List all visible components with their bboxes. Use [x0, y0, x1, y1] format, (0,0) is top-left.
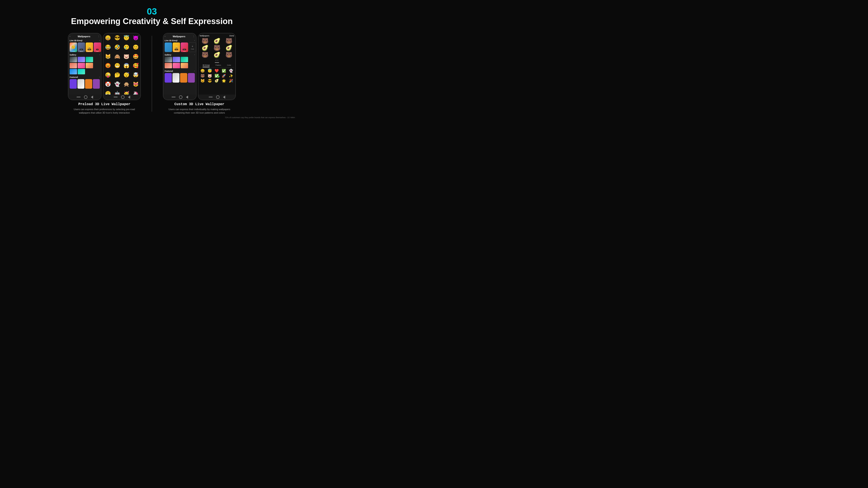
picker-emoji-1[interactable]: 😀	[199, 69, 206, 73]
custom-phones: ‹ Wallpapers ⋮ Live 3D Emoji ›	[163, 33, 236, 100]
custom-title: Custom 3D Live Wallpaper	[165, 102, 234, 106]
featured-thumb-4[interactable]	[93, 79, 100, 89]
phone-emoji-preview: 😀 😎 😇 😈 😂 🤣 🥲 😊 😸 🙈 🐷 🤩	[103, 33, 141, 100]
tab-pattern[interactable]: Pattern	[215, 64, 221, 67]
menu-icon[interactable]: ⋮	[98, 35, 100, 37]
gallery-thumbnails	[70, 57, 100, 74]
featured-thumb-2-2[interactable]	[173, 73, 180, 83]
thumb-love-2[interactable]: Video Love	[181, 42, 188, 52]
featured-arrow-icon-2[interactable]: ›	[194, 70, 195, 72]
picker-emoji-9[interactable]: 🚀	[221, 74, 227, 78]
picker-emoji-7[interactable]: 🐷	[207, 74, 213, 78]
gallery-label: Gallery	[70, 54, 76, 56]
featured-thumb-2-1[interactable]	[165, 73, 172, 83]
emoji-cell: 😬	[113, 61, 122, 70]
picker-emoji-8[interactable]: ✅ ✓	[214, 74, 220, 78]
back-icon[interactable]: ‹	[70, 35, 70, 37]
gallery-section-2: Gallery ›	[165, 54, 195, 68]
arrow-icon[interactable]: ›	[99, 39, 100, 41]
emoji-cell: 🥰	[131, 61, 141, 70]
featured-thumb-2-3[interactable]	[180, 73, 187, 83]
nav-back-icon[interactable]	[186, 96, 188, 99]
tab-3d-emoji[interactable]: 3D Emoji	[203, 64, 210, 67]
picker-emoji-3[interactable]: ❤️	[214, 69, 220, 73]
wallpapers-title: Wallpapers	[78, 35, 90, 38]
menu-icon[interactable]: ⋮	[193, 35, 195, 37]
nav-bar-4	[198, 95, 236, 100]
nav-back-icon[interactable]	[128, 96, 130, 99]
emoji-cell: 😎	[113, 33, 122, 43]
nav-home-icon[interactable]	[121, 95, 125, 99]
picker-emoji-14[interactable]: 🌟	[221, 79, 227, 83]
phone-wallpaper-list: ‹ Wallpapers ⋮ Live 3D Emoji ›	[68, 33, 101, 100]
back-icon[interactable]: ‹	[165, 35, 165, 37]
custom-list-screen: ‹ Wallpapers ⋮ Live 3D Emoji ›	[163, 33, 196, 95]
bear-picker-screen: Wallpapers Done 🐻 🥑 🐻 🥑 🐻 🥑 🐻	[198, 33, 236, 95]
gallery-thumb-2-1[interactable]	[165, 57, 172, 62]
gallery-thumb-2[interactable]	[78, 57, 85, 62]
emoji-cell: 😻	[131, 80, 141, 89]
featured-label: Featured	[70, 76, 78, 78]
gallery-thumb-2-5[interactable]	[173, 63, 180, 68]
gallery-thumb-5[interactable]	[78, 63, 85, 68]
thumb-happiness[interactable]: 😄 Video Happiness	[86, 42, 93, 52]
emoji-cell: 🤯	[131, 70, 141, 80]
picker-emoji-4[interactable]: ✅	[221, 69, 227, 73]
create-button[interactable]: + Create	[189, 42, 196, 52]
gallery-thumb-2-4[interactable]	[165, 63, 172, 68]
gallery-thumb-1[interactable]	[70, 57, 77, 62]
featured-section: Featured ›	[70, 76, 100, 89]
nav-recent-icon	[172, 97, 176, 97]
thumb-happiness-2[interactable]: 😄 Video Happiness	[173, 42, 180, 52]
nav-back-icon[interactable]	[91, 96, 93, 99]
emoji-cell: 😊	[131, 43, 141, 52]
nav-home-icon[interactable]	[179, 95, 182, 99]
gallery-thumb-2-2[interactable]	[173, 57, 180, 62]
arrow-icon-2[interactable]: ›	[194, 39, 195, 41]
footnote: 72% of customers say they prefer brands …	[9, 117, 295, 119]
gallery-thumb-3[interactable]	[86, 57, 93, 62]
picker-emoji-6[interactable]: 🐻	[199, 74, 206, 78]
live-3d-emoji-section: Live 3D Emoji › 😊 Smileys Vid	[70, 39, 100, 52]
gallery-thumb-4[interactable]	[70, 63, 77, 68]
avocado-emoji-3: 🥑	[223, 45, 234, 51]
gallery-arrow-icon[interactable]: ›	[99, 54, 100, 56]
gallery-arrow-icon-2[interactable]: ›	[194, 54, 195, 56]
nav-back-icon[interactable]	[223, 96, 225, 99]
nav-recent-icon	[209, 97, 213, 97]
picker-emoji-5[interactable]: 👻	[228, 69, 234, 73]
nav-home-icon[interactable]	[216, 95, 220, 99]
thumb-sports[interactable]: Video Sports	[78, 42, 85, 52]
done-button[interactable]: Done	[229, 35, 234, 37]
custom-section: ‹ Wallpapers ⋮ Live 3D Emoji ›	[163, 33, 236, 115]
featured-thumb-2-4[interactable]	[188, 73, 195, 83]
live-3d-emoji-label: Live 3D Emoji	[70, 39, 83, 42]
featured-thumb-3[interactable]	[85, 79, 92, 89]
gallery-thumb-7[interactable]	[70, 69, 77, 74]
thumb-love[interactable]: Vic Love	[94, 42, 101, 52]
featured-thumb-1[interactable]	[70, 79, 77, 89]
gallery-thumb-2-6[interactable]	[181, 63, 188, 68]
emoji-cell: 😱	[122, 61, 131, 70]
gallery-thumb-6[interactable]	[86, 63, 93, 68]
nav-home-icon[interactable]	[84, 95, 87, 99]
gallery-thumb-2-3[interactable]	[181, 57, 188, 62]
thumb-smileys[interactable]: 😊 Smileys	[70, 42, 77, 52]
picker-emoji-13[interactable]: 🥑	[214, 79, 220, 83]
tab-color[interactable]: Color	[227, 64, 231, 67]
picker-emoji-15[interactable]: 🎉	[228, 79, 234, 83]
header-title: Empowering Creativity & Self Expression	[71, 17, 232, 27]
gallery-thumb-8[interactable]	[78, 69, 85, 74]
picker-emoji-11[interactable]: 😺	[199, 79, 206, 83]
emoji-cell: 😈	[131, 33, 141, 43]
emoji-cell: 🤩	[131, 52, 141, 61]
picker-emoji-2[interactable]: 😇	[207, 69, 213, 73]
featured-thumb-2[interactable]	[78, 79, 85, 89]
bear-emoji-grid: 🐻 🥑 🐻 🥑 🐻 🥑 🐻 🥑 🐻	[199, 38, 234, 58]
featured-section-2: Featured ›	[165, 70, 195, 83]
featured-arrow-icon[interactable]: ›	[99, 76, 100, 78]
thumb-blue[interactable]	[165, 42, 172, 52]
picker-emoji-10[interactable]: ✨	[228, 74, 234, 78]
custom-caption: Custom 3D Live Wallpaper Users can expre…	[165, 102, 234, 115]
picker-emoji-12[interactable]: 😎	[207, 79, 213, 83]
